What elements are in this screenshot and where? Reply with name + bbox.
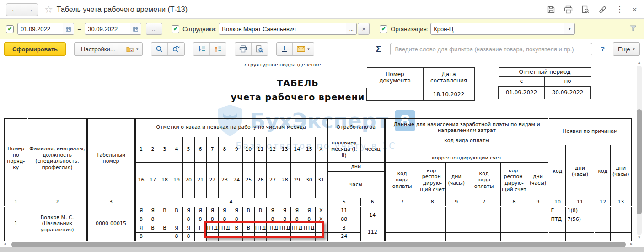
more-actions-button[interactable]: Еще (613, 42, 640, 56)
scroll-left-icon[interactable] (2, 241, 8, 247)
day-hours (159, 215, 171, 224)
period-from-value: 01.09.2022 (499, 86, 544, 99)
day-hours (147, 232, 159, 241)
favorite-star-icon[interactable] (44, 4, 53, 15)
table-row: Номер документа Дата составления (367, 68, 474, 88)
search-next-icon (172, 45, 180, 53)
print-button[interactable] (563, 5, 574, 15)
column-number: 7 (385, 198, 419, 206)
mail-button[interactable] (292, 43, 314, 55)
horizontal-scroll-track[interactable] (8, 242, 628, 247)
print-report-button[interactable] (235, 43, 251, 55)
organization-input[interactable] (431, 23, 564, 34)
vertical-scrollbar (636, 60, 642, 241)
find-next-button[interactable] (167, 43, 184, 55)
export-group (276, 42, 314, 56)
month-hours: 112 (360, 224, 385, 241)
calendar-icon (133, 26, 138, 32)
date-from-input[interactable] (18, 23, 63, 34)
title-bar: Табель учета рабочего времени (Т-13) (0, 0, 644, 19)
link-button[interactable] (597, 5, 608, 15)
tab-number: 0000-00015 (87, 206, 135, 241)
period-from-label: с (499, 77, 544, 86)
period-checkbox[interactable] (6, 25, 14, 33)
cell (501, 215, 527, 224)
print-preview-button[interactable] (251, 43, 268, 55)
cell (611, 232, 631, 241)
collapse-groups-button[interactable] (209, 43, 226, 55)
employees-checkbox[interactable] (172, 25, 179, 33)
search-icon (156, 45, 163, 53)
date-to-calendar-button[interactable] (130, 23, 141, 34)
day-mark: Я (303, 206, 316, 215)
preview-button[interactable] (580, 5, 590, 15)
save-button[interactable] (546, 5, 556, 15)
employees-input[interactable] (219, 23, 346, 34)
organization-dropdown-button[interactable] (564, 23, 574, 34)
filter-funnel-icon[interactable] (628, 24, 638, 34)
day-hours: 8 (147, 215, 159, 224)
employees-choose-button[interactable]: ... (346, 23, 356, 34)
organization-checkbox[interactable] (380, 25, 387, 33)
expand-groups-button[interactable] (193, 43, 209, 55)
forward-button[interactable] (22, 4, 38, 16)
day-number: 18 (159, 162, 171, 198)
report-variant-icon (126, 46, 134, 53)
collapse-groups-icon (214, 45, 222, 53)
half2-hours: 24 (327, 232, 360, 241)
find-button[interactable] (151, 43, 167, 55)
save-icon (547, 5, 555, 14)
column-number: 2 (27, 198, 87, 206)
generate-button[interactable]: Сформировать (4, 42, 66, 56)
totals-sigma-button[interactable]: Σ (375, 44, 382, 54)
salary-column-header: кор-респон-дирую-щий счет (501, 162, 527, 198)
date-to-input[interactable] (85, 23, 130, 34)
table-row: с по (499, 77, 591, 86)
back-button[interactable] (6, 4, 22, 16)
table-row: 1 Волков М. С. (Начальник управления) 00… (5, 206, 631, 215)
save-file-button[interactable] (277, 43, 292, 55)
day-hours (159, 232, 171, 241)
day-number: 11 (254, 137, 267, 162)
cell (611, 224, 631, 232)
close-icon[interactable] (631, 4, 638, 16)
report-period-table: Отчетный период с по 01.09.2022 30.09.20… (498, 67, 591, 99)
day-mark: Я (135, 206, 147, 215)
settings-group: Настройки... (74, 42, 143, 56)
scroll-up-icon[interactable] (636, 60, 642, 66)
report-variants-button[interactable] (122, 43, 143, 55)
header-salary: Данные для начисления заработной платы п… (385, 118, 549, 137)
scroll-right-icon[interactable] (628, 241, 634, 247)
help-button[interactable]: ? (601, 45, 605, 53)
structural-unit-line (196, 61, 369, 61)
date-from-calendar-button[interactable] (63, 23, 74, 34)
more-menu-icon[interactable] (615, 4, 624, 15)
column-number: 8 (419, 198, 445, 206)
employees-field: ... (219, 23, 357, 35)
header-absence-code: код (549, 145, 566, 198)
app-window: Табель учета рабочего времени (Т-13) – .… (0, 0, 644, 252)
period-options-button[interactable]: ... (146, 23, 162, 35)
day-number: 6 (194, 137, 206, 162)
expand-groups-icon (198, 45, 205, 53)
scroll-down-icon[interactable] (636, 235, 642, 241)
cell (467, 224, 501, 232)
day-number: 12 (267, 137, 279, 162)
vertical-scroll-thumb[interactable] (637, 109, 642, 214)
employees-clear-button[interactable]: × (358, 23, 370, 35)
quick-filter-input[interactable] (390, 43, 592, 55)
horizontal-scroll-thumb[interactable] (11, 242, 626, 247)
filter-bar: – ... Сотрудники: ... × Организация: (0, 19, 644, 39)
link-icon (598, 5, 607, 14)
horizontal-scrollbar (2, 241, 634, 247)
vertical-scroll-track[interactable] (637, 66, 642, 235)
column-number: 12 (595, 198, 611, 206)
printer-icon (239, 45, 247, 53)
cell (527, 232, 549, 241)
settings-button[interactable]: Настройки... (75, 43, 122, 55)
organization-combo[interactable] (430, 23, 575, 35)
cell (611, 215, 631, 224)
cell (527, 206, 549, 215)
day-number: 5 (182, 137, 194, 162)
day-number: 22 (206, 162, 219, 198)
